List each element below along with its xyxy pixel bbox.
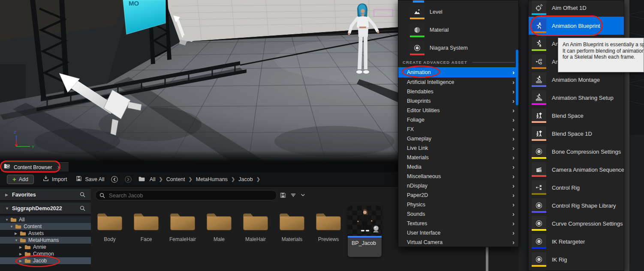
folder-tile-body[interactable]: Body	[92, 209, 128, 248]
asset-color-bar	[532, 211, 546, 213]
menu-item-material[interactable]: Material	[398, 21, 518, 39]
save-search-icon[interactable]	[280, 192, 286, 199]
submenu-item-aim-offset-1d[interactable]: Aim Offset 1D	[529, 0, 624, 17]
asset-color-bar	[532, 103, 546, 105]
breadcrumb-jacob[interactable]: Jacob	[238, 176, 253, 182]
submenu-item-camera-animation-sequence[interactable]: Camera Animation Sequence	[529, 161, 624, 179]
folder-tile-malehair[interactable]: MaleHair	[238, 209, 274, 248]
chevron-right-icon: ›	[512, 201, 515, 208]
people-icon	[532, 126, 546, 141]
forward-button[interactable]	[124, 176, 132, 183]
chevron-right-icon: ›	[512, 69, 515, 75]
back-button[interactable]	[111, 176, 118, 183]
tree-item-all[interactable]: ▼All	[0, 216, 91, 223]
tree-item-metahumans[interactable]: ▼MetaHumans	[0, 237, 91, 244]
menu-item-materials[interactable]: Materials›	[398, 153, 518, 162]
filter-icon[interactable]	[290, 192, 297, 199]
chevron-down-icon[interactable]: ▼	[5, 218, 9, 222]
folder-tile-previews[interactable]: Previews	[310, 209, 346, 248]
menu-item-virtual-camera[interactable]: Virtual Camera›	[398, 238, 518, 247]
submenu-item-blend-space[interactable]: Blend Space	[529, 107, 624, 125]
menu-item-sounds[interactable]: Sounds›	[398, 209, 518, 219]
chevron-down-icon[interactable]: ▼	[10, 225, 14, 229]
folder-name: Face	[128, 236, 164, 242]
menu-item-textures[interactable]: Textures›	[398, 219, 518, 228]
search-bar[interactable]	[95, 190, 277, 200]
submenu-item-clipped[interactable]	[529, 268, 624, 271]
asset-tile-bp-jacob[interactable]: BP_Jacob	[348, 206, 382, 257]
submenu-item-bone-compression-settings[interactable]: Bone Compression Settings	[529, 143, 624, 161]
chevron-right-icon: ›	[512, 116, 515, 123]
favorites-header[interactable]: ▶ Favorites	[0, 189, 91, 201]
menu-scrollbar[interactable]	[516, 50, 518, 105]
menu-item-user-interface[interactable]: User Interface›	[398, 228, 518, 238]
breadcrumb-all[interactable]: All	[150, 176, 156, 182]
material-icon	[410, 23, 424, 37]
tooltip-line: An Anim Blueprint is essentially a sp	[563, 42, 644, 48]
folder-name: Body	[92, 236, 128, 242]
menu-item-gameplay[interactable]: Gameplay›	[398, 134, 518, 143]
submenu-item-blend-space-1d[interactable]: Blend Space 1D	[529, 125, 624, 143]
chevron-down-icon[interactable]: ▼	[15, 238, 18, 242]
search-icon[interactable]	[79, 191, 86, 200]
chevron-down-icon[interactable]	[300, 192, 306, 198]
menu-item-blueprints[interactable]: Blueprints›	[398, 96, 518, 106]
menu-item-level[interactable]: Level	[398, 3, 518, 21]
tree-item-assets[interactable]: ▶Assets	[0, 230, 91, 237]
menu-item-foliage[interactable]: Foliage›	[398, 115, 518, 125]
chevron-right-icon: ❯	[256, 176, 260, 182]
submenu-item-control-rig[interactable]: Control Rig	[529, 179, 624, 197]
breadcrumb-content[interactable]: Content	[166, 176, 185, 182]
submenu-item-control-rig-shape-library[interactable]: Control Rig Shape Library	[529, 197, 624, 214]
submenu-item-animation-sharing-setup[interactable]: Animation Sharing Setup	[529, 89, 624, 107]
people-icon	[532, 108, 546, 123]
submenu-item-curve-compression-settings[interactable]: Curve Compression Settings	[529, 214, 624, 232]
menu-item-physics[interactable]: Physics›	[398, 200, 518, 209]
menu-item-paper2d[interactable]: Paper2D›	[398, 191, 518, 200]
submenu-item-ik-retargeter[interactable]: IK Retargeter	[529, 232, 624, 250]
asset-color-bar	[532, 121, 546, 123]
annotation-content-browser-tab	[0, 161, 60, 173]
chevron-right-icon[interactable]: ▶	[19, 245, 23, 249]
search-icon[interactable]	[79, 205, 86, 213]
asset-color-bar	[532, 49, 546, 51]
menu-item-editor-utilities[interactable]: Editor Utilities›	[398, 106, 518, 115]
chevron-right-icon: ›	[512, 239, 515, 245]
menu-item-niagara-system[interactable]: Niagara System	[398, 39, 518, 57]
menu-item-miscellaneous[interactable]: Miscellaneous›	[398, 172, 518, 181]
submenu-item-animation-montage[interactable]: Animation Montage	[529, 71, 624, 89]
folder-tile-male[interactable]: Male	[201, 209, 237, 248]
menu-item-blendables[interactable]: Blendables›	[398, 87, 518, 96]
folder-icon	[10, 217, 17, 222]
folder-tile-materials[interactable]: Materials	[274, 209, 310, 248]
folder-tile-femalehair[interactable]: FemaleHair	[165, 209, 201, 248]
menu-item-fx[interactable]: FX›	[398, 125, 518, 134]
menu-item-artificial-intelligence[interactable]: Artificial Intelligence›	[398, 77, 518, 87]
save-all-button[interactable]: Save All	[75, 175, 104, 183]
tooltip-line: It can perform blending of animation	[563, 48, 644, 54]
submenu-item-label: Control Rig Shape Library	[552, 203, 616, 209]
menu-item-ndisplay[interactable]: nDisplay›	[398, 181, 518, 191]
tree-item-annie[interactable]: ▶Annie	[0, 244, 91, 250]
screen-text: MO	[129, 0, 139, 7]
menu-item-label: User Interface	[407, 230, 441, 236]
submenu-item-ik-rig[interactable]: IK Rig	[529, 250, 624, 268]
interface-nodes-icon	[532, 54, 546, 69]
sources-header[interactable]: ▼ SiggraphDemo2022	[0, 203, 91, 214]
search-input[interactable]	[108, 192, 277, 199]
create-advanced-asset-header: CREATE ADVANCED ASSET	[403, 59, 515, 66]
tree-item-content[interactable]: ▼Content	[0, 223, 91, 230]
chevron-right-icon[interactable]: ▶	[15, 232, 18, 235]
folder-tile-face[interactable]: Face	[128, 209, 164, 248]
menu-item-label: Gameplay	[407, 136, 431, 142]
chevron-down-icon: ▼	[5, 206, 9, 211]
chevron-right-icon[interactable]: ▶	[19, 252, 23, 256]
menu-item-live-link[interactable]: Live Link›	[398, 143, 518, 153]
menu-item-label: Blendables	[407, 89, 433, 95]
runner-film-icon	[532, 72, 546, 87]
breadcrumb-metahumans[interactable]: MetaHumans	[196, 176, 228, 182]
import-button[interactable]: Import	[42, 175, 67, 183]
menu-item-media[interactable]: Media›	[398, 162, 518, 172]
add-button[interactable]: + Add	[7, 175, 34, 184]
folder-icon	[138, 176, 145, 183]
